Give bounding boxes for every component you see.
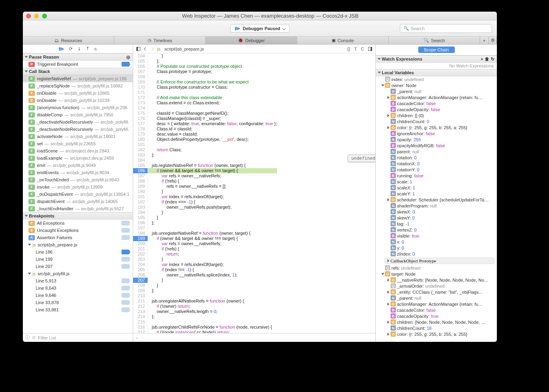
line-number[interactable]: 189 bbox=[133, 184, 148, 189]
nav-forward-icon[interactable] bbox=[150, 47, 154, 50]
code-line[interactable]: Object.defineProperty(prototype, '__pid'… bbox=[148, 137, 277, 142]
code-line[interactable]: if (index !== -1) { bbox=[148, 267, 277, 272]
line-number[interactable]: 213 bbox=[133, 309, 148, 314]
line-number[interactable]: 196 bbox=[133, 220, 148, 225]
code-line[interactable]: desc = { writable: true, enumerable: fal… bbox=[148, 121, 277, 126]
code-line[interactable]: // Populate our constructed prototype ob… bbox=[148, 64, 277, 69]
code-line[interactable]: var index = refs.indexOf(target); bbox=[148, 194, 277, 199]
call-stack-frame[interactable]: FloadExample — src/project.dev.js:2459 bbox=[23, 154, 133, 162]
bp-line-item[interactable]: Line 5,913 bbox=[23, 277, 133, 284]
filter-input[interactable]: ⓘ⊙Filter List bbox=[23, 333, 133, 342]
variable-row[interactable]: NscaleX: 1 bbox=[376, 185, 497, 191]
variable-row[interactable]: Oowner: Node bbox=[376, 82, 497, 88]
line-number[interactable]: 195 bbox=[133, 215, 148, 220]
code-line[interactable]: jsb.unregisterNativeRef = function (owne… bbox=[148, 231, 277, 236]
bp-toggle-icon[interactable] bbox=[122, 264, 130, 269]
variable-row[interactable]: OactionManager: ActionManager {retain: f… bbox=[376, 301, 497, 307]
code-line[interactable]: } bbox=[148, 53, 277, 59]
line-number[interactable]: 202 bbox=[133, 252, 148, 257]
disclose-icon[interactable] bbox=[387, 126, 389, 129]
code-line[interactable]: }; bbox=[148, 288, 277, 293]
variable-row[interactable]: Nopacity: 255 bbox=[376, 136, 497, 142]
code-line[interactable]: Class.prototype = prototype; bbox=[148, 69, 277, 74]
line-number[interactable]: 172 bbox=[133, 95, 148, 100]
call-stack-frame[interactable]: F(anonymous function) — src/jsb_polyfill… bbox=[23, 104, 133, 111]
prompt-icon[interactable]: › bbox=[136, 335, 138, 340]
code-line[interactable]: if (!refs) { bbox=[148, 246, 277, 252]
bp-line-item[interactable]: Line 207 bbox=[23, 263, 133, 270]
variable-row[interactable]: O_entity: CCClass {_name: "list", _objFl… bbox=[376, 289, 497, 295]
line-number[interactable]: 187 bbox=[133, 173, 148, 179]
bp-toggle-icon[interactable] bbox=[122, 228, 130, 233]
code-line[interactable]: Class.prototype.constructor = Class; bbox=[148, 85, 277, 90]
call-stack-frame[interactable]: FactivateNode — src/jsb_polyfill.js:1800… bbox=[23, 133, 133, 140]
line-number[interactable]: 214 bbox=[133, 314, 148, 319]
code-line[interactable]: owner.__nativeRefs.splice(index, 1); bbox=[148, 272, 277, 278]
variable-row[interactable]: NzIndex: 0 bbox=[376, 251, 497, 257]
bp-toggle-icon[interactable] bbox=[122, 235, 130, 240]
line-number[interactable]: 181 bbox=[133, 142, 148, 147]
variable-row[interactable]: NvertexZ: 0 bbox=[376, 227, 497, 233]
line-number[interactable]: 175 bbox=[133, 111, 148, 116]
code-line[interactable]: var refs = owner.__nativeRefs; bbox=[148, 173, 277, 179]
line-number[interactable]: 212 bbox=[133, 304, 148, 309]
line-number[interactable]: 170 bbox=[133, 85, 148, 90]
bp-file-header[interactable]: jssrc/jsb_polyfill.js bbox=[23, 270, 133, 277]
line-number[interactable]: 207 bbox=[133, 278, 148, 283]
breakpoint-item[interactable]: EAll Exceptions bbox=[23, 219, 133, 227]
code-line[interactable]: // And make this class extendable bbox=[148, 95, 277, 100]
code-line[interactable]: classId = ClassManager.getNewID(); bbox=[148, 111, 277, 116]
bp-file-header[interactable]: jsscript/jsb_prepare.js bbox=[23, 241, 133, 248]
variable-row[interactable]: Ny: 0 bbox=[376, 245, 497, 251]
line-number[interactable]: 184 bbox=[133, 158, 148, 163]
variable-row[interactable]: Ntag: -1 bbox=[376, 221, 497, 227]
variable-row[interactable]: Brunning: false bbox=[376, 173, 497, 179]
code-line[interactable]: jsb.registerNativeRef = function (owner,… bbox=[148, 163, 277, 168]
variable-row[interactable]: BcascadeOpacity: true bbox=[376, 313, 497, 319]
code-line[interactable]: if (!refs) { bbox=[148, 179, 277, 184]
variable-row[interactable]: Nrotation: 0 bbox=[376, 154, 497, 160]
breakpoint-item[interactable]: EUncaught Exceptions bbox=[23, 227, 133, 234]
add-icon[interactable]: + bbox=[481, 57, 483, 61]
variable-row[interactable]: NskewY: 0 bbox=[376, 215, 497, 221]
variable-row[interactable]: BcascadeColor: false bbox=[376, 307, 497, 313]
call-stack-frame[interactable]: F_deactivateNodeRecursively — src/jsb_po… bbox=[23, 118, 133, 126]
bp-line-item[interactable]: Line 33,878 bbox=[23, 299, 133, 306]
step-out-icon[interactable]: ⤒ bbox=[86, 46, 89, 51]
bp-toggle-icon[interactable] bbox=[122, 293, 130, 298]
trash-icon[interactable]: 🗑 bbox=[485, 57, 489, 61]
code-line[interactable] bbox=[148, 158, 277, 163]
line-number[interactable]: 203 bbox=[133, 257, 148, 262]
variable-row[interactable]: NchildrenCount: 0 bbox=[376, 118, 497, 124]
line-number[interactable]: 197 bbox=[133, 225, 148, 231]
tab-add[interactable]: + bbox=[480, 37, 489, 44]
variable-row[interactable]: Ochildren: [Node, Node, Node, Node, Node… bbox=[376, 319, 497, 325]
tab-settings[interactable]: ⚙ bbox=[489, 37, 497, 44]
scope-chain-button[interactable]: Scope Chain bbox=[418, 47, 455, 53]
line-number[interactable]: 206 bbox=[133, 272, 148, 278]
call-stack-frame[interactable]: EonDisable — src/jsb_polyfill.js:10239 bbox=[23, 97, 133, 104]
coverage-icon[interactable]: C bbox=[361, 47, 364, 51]
bp-toggle-icon[interactable] bbox=[122, 257, 130, 262]
refresh-icon[interactable]: ↻ bbox=[491, 57, 494, 62]
line-number[interactable]: 167 bbox=[133, 69, 148, 74]
disclose-icon[interactable] bbox=[387, 290, 389, 294]
disclose-icon[interactable] bbox=[381, 273, 385, 275]
variable-row[interactable]: NchildrenCount: 18 bbox=[376, 325, 497, 331]
disclose-icon[interactable] bbox=[387, 333, 389, 336]
code-line[interactable]: if (owner && target && owner !== target)… bbox=[148, 236, 277, 241]
line-number[interactable]: 177 bbox=[133, 121, 148, 126]
code-line[interactable]: return Class; bbox=[148, 147, 277, 152]
variable-row[interactable]: Qindex: undefined bbox=[376, 76, 497, 82]
call-stack-frame[interactable]: F_touchEndHandler — src/jsb_polyfill.js:… bbox=[23, 205, 133, 212]
line-number[interactable]: 183 bbox=[133, 152, 148, 158]
line-number[interactable]: 171 bbox=[133, 90, 148, 95]
deactivate-icon[interactable]: ⎋ bbox=[94, 47, 97, 51]
code-line[interactable] bbox=[148, 74, 277, 79]
code-line[interactable]: jsb.unregisterChildRefsForNode = functio… bbox=[148, 325, 277, 330]
line-number[interactable]: 204 bbox=[133, 262, 148, 267]
line-number[interactable]: 176 bbox=[133, 116, 148, 121]
variable-row[interactable]: NskewX: 0 bbox=[376, 209, 497, 215]
line-number[interactable]: 190 bbox=[133, 189, 148, 194]
line-number[interactable]: 216 bbox=[133, 325, 148, 330]
